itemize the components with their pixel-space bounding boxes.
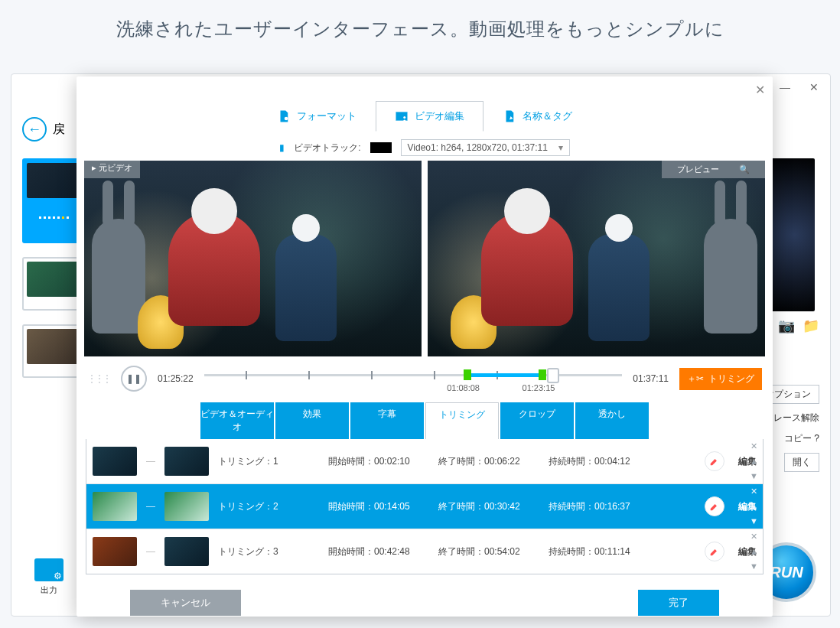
trim-start-handle[interactable] [464,369,471,380]
video-track-label: ビデオトラック: [294,142,360,155]
end-value: 00:54:02 [484,546,520,557]
start-value: 00:02:10 [374,456,410,467]
row-remove-icon[interactable]: ✕ [750,442,757,451]
trim-thumb-end [164,492,209,521]
start-label: 開始時間： [328,501,374,512]
output-profile[interactable]: 出力 [34,558,63,596]
trim-row[interactable]: — トリミング：1 開始時間：00:02:10 終了時間：00:06:22 持続… [86,439,763,483]
play-pause-button[interactable]: ❚❚ [121,366,147,392]
tab-name-tag[interactable]: 名称＆タグ [483,101,591,132]
cancel-button[interactable]: キャンセル [130,590,241,616]
output-label: 出力 [41,585,57,594]
source-thumb-2 [27,262,80,297]
trim-thumb-end [164,447,209,476]
timeline-scrubber[interactable] [547,368,559,383]
subtab-watermark[interactable]: 透かし [575,402,649,439]
open-button[interactable]: 開く [784,453,819,472]
trim-index-label: トリミング： [218,546,273,557]
output-profile-icon [34,558,63,581]
arrow-icon: — [146,546,155,557]
subtab-trim[interactable]: トリミング [425,402,499,439]
source-video-label: ▸ 元ビデオ [84,161,140,178]
subtab-video-audio[interactable]: ビデオ＆オーディオ [200,402,274,439]
preview-label: プレビュー [669,162,727,177]
subtab-crop[interactable]: クロップ [500,402,574,439]
back-button[interactable]: ← [22,117,47,142]
trim-thumb-start [93,447,137,476]
end-value: 00:30:42 [484,501,520,512]
source-card-selected[interactable] [22,158,85,243]
dialog-close-icon[interactable]: ✕ [755,83,765,97]
tab-format[interactable]: フォーマット [258,101,376,132]
row-down-icon[interactable]: ▼ [750,562,758,571]
source-thumb-3 [27,329,80,364]
arrow-icon: — [146,456,155,467]
tag-edit-icon [503,109,516,123]
row-up-icon[interactable]: ▲ [750,503,758,511]
subtab-subtitle[interactable]: 字幕 [350,402,424,439]
add-trim-button[interactable]: ＋✂ トリミング [679,368,762,390]
video-editor-dialog: ✕ フォーマット ビデオ編集 名称＆タグ ▮ ビデオトラック: Video1: … [77,76,773,617]
row-remove-icon[interactable]: ✕ [750,487,757,496]
film-scissors-icon [395,109,409,123]
end-label: 終了時間： [438,501,484,512]
window-close-icon[interactable]: ✕ [803,79,825,96]
camera-icon[interactable]: 📷 [778,317,795,334]
back-label: 戻 [53,122,65,138]
edit-trim-button[interactable] [705,496,724,516]
start-label: 開始時間： [328,546,374,557]
svg-point-0 [285,117,288,121]
source-thumb-1 [27,163,80,198]
timeline-track[interactable]: 01:08:08 01:23:15 [204,366,623,391]
tab-format-label: フォーマット [297,109,357,123]
row-down-icon[interactable]: ▼ [750,472,758,480]
tab-video-edit[interactable]: ビデオ編集 [376,101,483,132]
row-down-icon[interactable]: ▼ [750,517,758,526]
source-card-2[interactable] [22,257,85,311]
start-value: 00:42:48 [374,546,410,557]
trim-index-label: トリミング： [218,501,273,512]
magnify-icon[interactable]: 🔍 [731,163,757,176]
range-end-label: 01:23:15 [523,383,555,392]
trim-row[interactable]: — トリミング：2 開始時間：00:14:05 終了時間：00:30:42 持続… [86,483,763,529]
arrow-icon: — [146,501,155,512]
end-label: 終了時間： [438,546,484,557]
done-button[interactable]: 完了 [638,590,719,616]
duration-value: 00:04:12 [594,456,630,467]
drag-handle-icon[interactable]: ⋮⋮⋮ [87,373,110,384]
window-minimize-icon[interactable]: — [773,79,796,96]
edit-trim-button[interactable] [705,542,724,561]
end-value: 00:06:22 [484,456,520,467]
source-preview-frame [84,161,422,356]
folder-icon[interactable]: 📁 [803,317,819,334]
document-gear-icon [277,109,291,123]
tab-video-edit-label: ビデオ編集 [415,109,464,123]
trim-row[interactable]: — トリミング：3 開始時間：00:42:48 終了時間：00:54:02 持続… [86,529,763,574]
trim-thumb-start [93,492,137,521]
output-preview-frame [428,161,765,356]
track-color-chip [370,142,392,153]
trim-thumb-end [164,537,209,566]
svg-rect-1 [396,112,408,121]
trim-end-handle[interactable] [539,369,546,380]
add-trim-label: トリミング [708,373,754,386]
duration-label: 持続時間： [549,501,594,512]
duration-value: 00:16:37 [594,501,630,512]
row-up-icon[interactable]: ▲ [750,548,758,556]
scissors-plus-icon: ＋✂ [687,373,704,386]
row-remove-icon[interactable]: ✕ [750,532,757,541]
duration-label: 持続時間： [549,456,594,467]
svg-point-3 [403,120,405,122]
source-card-3[interactable] [22,324,85,378]
start-value: 00:14:05 [374,501,410,512]
timeline-total: 01:37:11 [633,373,669,384]
row-up-icon[interactable]: ▲ [750,457,758,466]
trim-thumb-start [93,537,137,566]
start-label: 開始時間： [328,456,374,467]
video-track-select[interactable]: Video1: h264, 1280x720, 01:37:11 [401,139,570,156]
edit-trim-button[interactable] [705,451,724,471]
subtab-effect[interactable]: 効果 [275,402,349,439]
end-label: 終了時間： [438,456,484,467]
svg-point-2 [403,116,405,119]
trim-index: 3 [273,546,278,557]
